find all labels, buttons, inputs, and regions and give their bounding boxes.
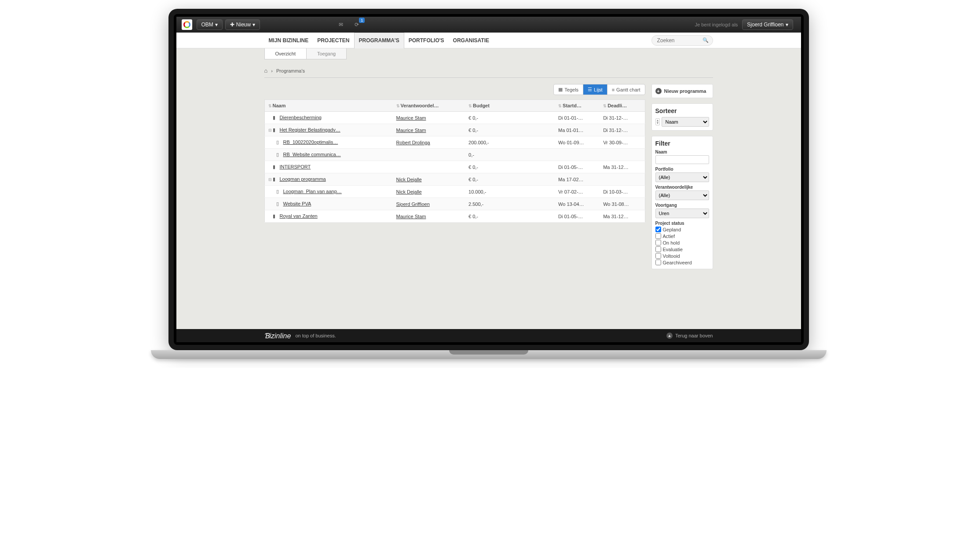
- table-row[interactable]: ▮Royal van ZantenMaurice Stam€ 0,-Di 01-…: [264, 210, 645, 223]
- org-selector[interactable]: OBM▾: [197, 19, 223, 30]
- status-option[interactable]: Gepland: [655, 227, 709, 232]
- view-tiles[interactable]: ▦Tegels: [554, 84, 583, 95]
- status-checkbox[interactable]: [655, 233, 661, 239]
- document-icon: ▯: [276, 139, 282, 145]
- col-startdatum[interactable]: ⇅Startd…: [555, 100, 600, 112]
- document-icon: ▯: [276, 152, 282, 157]
- filter-status-label: Project status: [655, 221, 709, 226]
- status-checkbox[interactable]: [655, 260, 661, 265]
- status-checkbox[interactable]: [655, 246, 661, 252]
- table-row[interactable]: ▯Loogman_Plan van aanp…Nick Dejalle10.00…: [264, 186, 645, 198]
- logged-in-label: Je bent ingelogd als: [695, 22, 738, 27]
- row-startdate: Ma 01-01…: [555, 124, 600, 136]
- row-responsible[interactable]: Robert Drolinga: [396, 140, 430, 145]
- table-row[interactable]: ⊟▮Het Register Belastingadv…Maurice Stam…: [264, 124, 645, 136]
- new-programma-button[interactable]: + Nieuw programma: [655, 88, 709, 94]
- table-row[interactable]: ▮DierenbeschermingMaurice Stam€ 0,-Di 01…: [264, 112, 645, 124]
- row-startdate: Wo 01-09…: [555, 136, 600, 149]
- table-row[interactable]: ▯RB_Website communica…0,-: [264, 149, 645, 161]
- footer: Ɓizinline on top of business. ▲ Terug na…: [176, 329, 801, 342]
- sort-icon: ⇅: [468, 104, 472, 108]
- row-name[interactable]: INTERSPORT: [280, 164, 311, 169]
- filter-naam-input[interactable]: [655, 155, 709, 164]
- table-row[interactable]: ⊟▮Loogman programmaNick Dejalle€ 0,-Ma 1…: [264, 173, 645, 186]
- status-option[interactable]: Voltooid: [655, 253, 709, 259]
- row-responsible[interactable]: Maurice Stam: [396, 128, 426, 133]
- sort-icon: ⇅: [603, 104, 607, 108]
- table-row[interactable]: ▯Website PVASjoerd Griffioen2.500,-Wo 13…: [264, 198, 645, 210]
- row-name[interactable]: RB_Website communica…: [283, 152, 341, 157]
- status-option[interactable]: Evaluatie: [655, 246, 709, 252]
- filter-naam-label: Naam: [655, 150, 709, 154]
- row-name[interactable]: RB_10022020optimalis…: [283, 139, 338, 145]
- sort-direction[interactable]: ▲▼: [655, 118, 660, 125]
- nav-portfolios[interactable]: PORTFOLIO'S: [404, 33, 449, 48]
- row-name[interactable]: Loogman_Plan van aanp…: [283, 189, 342, 194]
- col-budget[interactable]: ⇅Budget: [465, 100, 555, 112]
- mail-icon[interactable]: ✉: [335, 18, 347, 31]
- row-responsible[interactable]: Nick Dejalle: [396, 177, 422, 182]
- collapse-icon[interactable]: ⊟: [268, 128, 272, 132]
- filter-portfolio-select[interactable]: (Alle): [655, 172, 709, 182]
- table-row[interactable]: ▮INTERSPORT€ 0,-Di 01-05-…Ma 31-12…: [264, 161, 645, 173]
- row-startdate: Vr 07-02-…: [555, 186, 600, 198]
- row-name[interactable]: Website PVA: [283, 201, 311, 206]
- row-responsible[interactable]: Maurice Stam: [396, 115, 426, 121]
- status-label: Gearchiveerd: [663, 260, 692, 265]
- arrow-up-icon: ▲: [666, 333, 673, 339]
- tiles-icon: ▦: [558, 87, 563, 92]
- row-startdate: [555, 149, 600, 161]
- folder-icon: ▮: [273, 164, 278, 170]
- subtab-overzicht[interactable]: Overzicht: [264, 48, 307, 59]
- row-responsible[interactable]: Sjoerd Griffioen: [396, 201, 430, 207]
- status-option[interactable]: Actief: [655, 233, 709, 239]
- folder-icon: ▮: [273, 213, 278, 219]
- app-logo[interactable]: [182, 19, 192, 30]
- document-icon: ▯: [276, 189, 282, 194]
- row-deadline: Wo 31-08…: [600, 198, 645, 210]
- row-name[interactable]: Royal van Zanten: [280, 213, 318, 219]
- view-gantt[interactable]: ≡Gantt chart: [607, 84, 645, 95]
- home-icon[interactable]: ⌂: [264, 67, 268, 74]
- subtab-toegang[interactable]: Toegang: [306, 48, 347, 59]
- row-budget: 2.500,-: [465, 198, 555, 210]
- tasks-icon[interactable]: ⟳1: [351, 18, 363, 31]
- folder-icon: ▮: [273, 115, 278, 121]
- status-checkbox[interactable]: [655, 253, 661, 259]
- collapse-icon[interactable]: ⊟: [268, 177, 272, 182]
- row-budget: € 0,-: [465, 173, 555, 186]
- search-icon[interactable]: 🔍: [703, 37, 709, 43]
- row-name[interactable]: Het Register Belastingadv…: [280, 127, 340, 132]
- back-to-top[interactable]: ▲ Terug naar boven: [666, 333, 713, 339]
- new-button[interactable]: ✚Nieuw▾: [225, 19, 260, 30]
- status-option[interactable]: Gearchiveerd: [655, 260, 709, 265]
- row-startdate: Ma 17-02…: [555, 173, 600, 186]
- nav-mijn-bizinline[interactable]: MIJN BIZINLINE: [264, 33, 313, 48]
- footer-tagline: on top of business.: [295, 333, 336, 338]
- user-menu[interactable]: Sjoerd Griffioen▾: [742, 19, 793, 30]
- row-startdate: Wo 13-04…: [555, 198, 600, 210]
- col-verantwoordelijke[interactable]: ⇅Verantwoordel…: [393, 100, 465, 112]
- row-responsible[interactable]: Nick Dejalle: [396, 189, 422, 194]
- row-deadline: Di 31-12-…: [600, 112, 645, 124]
- row-name[interactable]: Loogman programma: [280, 176, 326, 182]
- row-responsible[interactable]: Maurice Stam: [396, 214, 426, 219]
- filter-voortgang-select[interactable]: Uren: [655, 209, 709, 218]
- view-list[interactable]: ☰Lijst: [583, 84, 607, 95]
- footer-logo: Ɓizinline: [264, 332, 291, 340]
- plus-icon: ✚: [230, 22, 234, 28]
- row-name[interactable]: Dierenbescherming: [280, 115, 322, 120]
- status-checkbox[interactable]: [655, 227, 661, 232]
- table-row[interactable]: ▯RB_10022020optimalis…Robert Drolinga200…: [264, 136, 645, 149]
- col-deadline[interactable]: ⇅Deadli…: [600, 100, 645, 112]
- status-option[interactable]: On hold: [655, 240, 709, 245]
- col-naam[interactable]: ⇅Naam: [264, 100, 393, 112]
- sort-field-select[interactable]: Naam: [662, 117, 709, 127]
- row-startdate: Di 01-05-…: [555, 210, 600, 223]
- nav-programmas[interactable]: PROGRAMMA'S: [354, 33, 404, 48]
- row-deadline: Di 31-12-…: [600, 124, 645, 136]
- filter-verant-select[interactable]: (Alle): [655, 190, 709, 200]
- status-checkbox[interactable]: [655, 240, 661, 245]
- nav-organisatie[interactable]: ORGANISATIE: [449, 33, 494, 48]
- nav-projecten[interactable]: PROJECTEN: [313, 33, 354, 48]
